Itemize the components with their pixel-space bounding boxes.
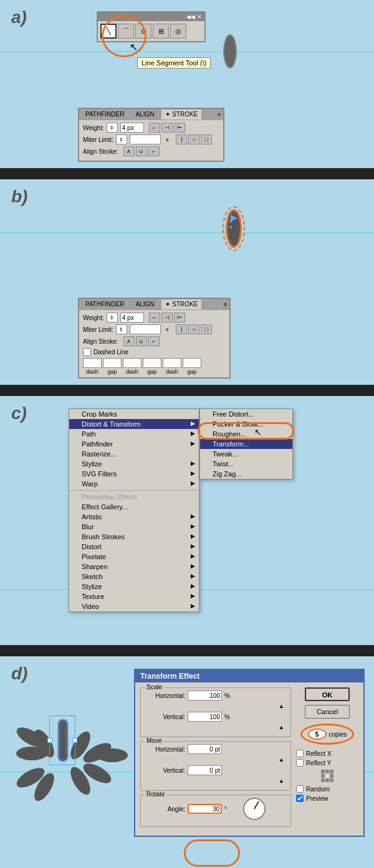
miter-stepper-b[interactable]: ⇕ xyxy=(116,324,127,334)
tool-spiral[interactable]: ⊙ xyxy=(135,24,151,39)
join-round-a[interactable]: ∪ xyxy=(136,146,147,156)
menu-distort-transform[interactable]: Distort & Transform xyxy=(69,419,199,429)
tool-line[interactable]: ╲ xyxy=(100,24,117,39)
scale-h-input[interactable] xyxy=(188,691,222,701)
align-center-a[interactable]: ⊣ xyxy=(161,123,173,133)
menu-sharpen[interactable]: Sharpen xyxy=(69,562,199,572)
menu-pathfinder[interactable]: Pathfinder xyxy=(69,439,199,449)
move-h-row: Horizontal: xyxy=(145,744,287,754)
scale-v-triangle: ▲ xyxy=(279,724,284,730)
weight-stepper-a[interactable]: ⇕ xyxy=(107,123,118,133)
join-bevel-a[interactable]: ⌐ xyxy=(148,146,160,156)
menu-rasterize[interactable]: Rasterize... xyxy=(69,449,199,459)
menu-artistic[interactable]: Artistic xyxy=(69,512,199,522)
weight-label-b: Weight: xyxy=(83,314,104,321)
weight-stepper-b[interactable]: ⇕ xyxy=(107,313,118,323)
panel-menu-a[interactable]: ≡ xyxy=(218,111,221,118)
cap-round-a[interactable]: ○ xyxy=(188,134,199,144)
copies-input-d[interactable] xyxy=(308,729,327,740)
menu-distort[interactable]: Distort xyxy=(69,542,199,552)
tab-pathfinder-b[interactable]: PATHFINDER xyxy=(82,300,128,309)
join-bevel-b[interactable]: ⌐ xyxy=(148,336,160,346)
join-miter-a[interactable]: ∧ xyxy=(123,146,135,156)
tab-pathfinder-a[interactable]: PATHFINDER xyxy=(82,110,128,120)
submenu-twist[interactable]: Twist... xyxy=(200,459,292,469)
submenu-zig-zag[interactable]: Zig Zag... xyxy=(200,469,292,479)
panel-menu-b[interactable]: ≡ xyxy=(224,301,227,308)
tab-align-a[interactable]: ALIGN xyxy=(132,110,158,120)
scale-v-unit: % xyxy=(224,714,236,720)
menu-texture[interactable]: Texture xyxy=(69,592,199,601)
checkboxes-d: Reflect X Reflect Y Random xyxy=(296,750,358,804)
handle-left xyxy=(47,738,52,743)
menu-video[interactable]: Video xyxy=(69,601,199,611)
align-center-b[interactable]: ⊣ xyxy=(161,313,173,323)
cap-round-b[interactable]: ○ xyxy=(188,324,199,334)
join-round-b[interactable]: ∪ xyxy=(136,336,147,346)
move-v-input[interactable] xyxy=(188,765,222,775)
menu-path[interactable]: Path xyxy=(69,429,199,439)
angle-input[interactable] xyxy=(188,804,222,814)
miter-input-b[interactable] xyxy=(130,324,161,334)
oval-orange-b: ▶ xyxy=(226,209,242,248)
miter-input-a[interactable] xyxy=(130,134,161,144)
menu-stylize2[interactable]: Stylize xyxy=(69,582,199,592)
menu-svg-filters[interactable]: SVG Filters xyxy=(69,469,199,479)
copies-label-d: copies xyxy=(329,731,347,738)
cap-square-a[interactable]: □ xyxy=(201,134,212,144)
move-h-slider: ▲ xyxy=(145,757,287,763)
scale-v-input[interactable] xyxy=(188,712,222,722)
menu-effect-gallery[interactable]: Effect Gallery... xyxy=(69,502,199,512)
align-outside-a[interactable]: ⊢ xyxy=(174,123,185,133)
miter-stepper-a[interactable]: ⇕ xyxy=(116,134,127,144)
submenu-free-distort[interactable]: Free Distort... xyxy=(200,409,292,419)
dashed-checkbox-b[interactable] xyxy=(83,348,91,356)
dialog-right-d: OK Cancel copies Reflect X Ref xyxy=(296,687,358,831)
random-checkbox[interactable] xyxy=(296,785,304,793)
cap-butt-a[interactable]: | xyxy=(176,134,187,144)
rotate-dial-d[interactable] xyxy=(243,798,266,820)
weight-input-b[interactable] xyxy=(120,313,144,323)
dash2-b[interactable] xyxy=(123,358,141,368)
menu-brush-strokes[interactable]: Brush Strokes xyxy=(69,532,199,542)
tool-polar[interactable]: ◎ xyxy=(170,24,186,39)
cap-butt-b[interactable]: | xyxy=(176,324,187,334)
cap-square-b[interactable]: □ xyxy=(201,324,212,334)
menu-blur[interactable]: Blur xyxy=(69,522,199,532)
submenu-tweak[interactable]: Tweak... xyxy=(200,449,292,459)
tab-stroke-b[interactable]: ✦ STROKE xyxy=(161,300,201,309)
weight-label-a: Weight: xyxy=(83,125,104,131)
submenu-transform[interactable]: Transform... xyxy=(200,439,292,449)
reflect-x-checkbox[interactable] xyxy=(296,750,304,757)
submenu-c: Free Distort... Pucker & Bloat... Roughe… xyxy=(199,408,293,479)
gap3-b[interactable] xyxy=(183,358,201,368)
preview-checkbox[interactable] xyxy=(296,795,304,802)
dash3-b[interactable] xyxy=(163,358,181,368)
submenu-pucker-bloat[interactable]: Pucker & Bloat... xyxy=(200,419,292,429)
weight-input-a[interactable] xyxy=(120,123,144,133)
dash1-b[interactable] xyxy=(83,358,102,368)
menu-warp[interactable]: Warp xyxy=(69,479,199,489)
tool-arc[interactable]: ⌒ xyxy=(118,24,134,39)
cancel-button-d[interactable]: Cancel xyxy=(305,705,350,719)
move-h-input[interactable] xyxy=(188,744,222,754)
menu-sketch[interactable]: Sketch xyxy=(69,572,199,582)
reflect-y-checkbox[interactable] xyxy=(296,759,304,767)
tab-align-b[interactable]: ALIGN xyxy=(132,300,158,309)
align-outside-b[interactable]: ⊢ xyxy=(174,313,185,323)
tab-stroke-a[interactable]: ✦ STROKE xyxy=(161,110,201,120)
submenu-roughen[interactable]: Roughen... xyxy=(200,429,292,439)
menu-ps-header: Photoshop Effects xyxy=(69,492,199,502)
rotate-group-label: Rotate xyxy=(145,791,166,798)
menu-pixelate[interactable]: Pixelate xyxy=(69,552,199,562)
align-inside-b[interactable]: ⌐ xyxy=(149,313,160,323)
gap1-b[interactable] xyxy=(103,358,122,368)
menu-stylize[interactable]: Stylize xyxy=(69,459,199,469)
join-miter-b[interactable]: ∧ xyxy=(123,336,135,346)
tool-grid[interactable]: ⊞ xyxy=(153,24,169,39)
ok-button-d[interactable]: OK xyxy=(305,687,350,701)
gap2-b[interactable] xyxy=(143,358,161,368)
align-inside-a[interactable]: ⌐ xyxy=(149,123,160,133)
selection-rect-d xyxy=(49,715,75,765)
menu-crop-marks[interactable]: Crop Marks xyxy=(69,409,199,419)
